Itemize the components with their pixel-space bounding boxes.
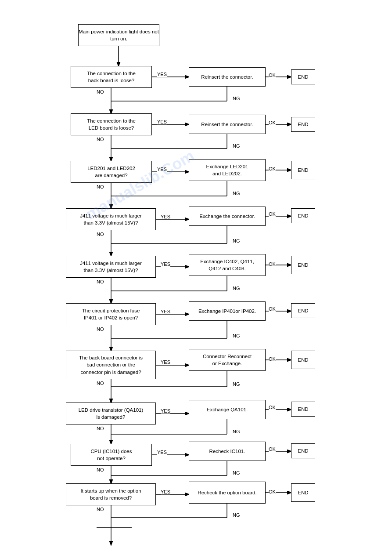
d10-no-label: NO (97, 507, 104, 512)
a4-ng-label: NG (233, 238, 240, 243)
end-box-4: END (291, 208, 315, 223)
start-box: Main power indication light does not tur… (78, 24, 159, 46)
d8-text: LED drive transistor (QA101)is damaged? (79, 406, 144, 421)
d10-text: It starts up when the optionboard is rem… (80, 487, 141, 501)
action-box-8: Exchange QA101. (189, 400, 266, 419)
decision-box-1: The connection to theback board is loose… (71, 66, 152, 88)
d9-yes-label: YES (157, 450, 167, 455)
d2-text: The connection to theLED board is loose? (87, 117, 136, 131)
a10-ok-label: OK (269, 489, 276, 494)
e6-text: END (298, 308, 308, 313)
end-box-10: END (291, 483, 315, 502)
action-box-5: Exchange IC402, Q411,Q412 and C408. (189, 254, 266, 276)
decision-box-9: CPU (IC101) doesnot operate? (71, 444, 152, 466)
a3-text: Exchange LED201and LED202. (206, 163, 248, 177)
action-box-1: Reinsert the connector. (189, 67, 266, 87)
end-box-1: END (291, 69, 315, 84)
a3-ng-label: NG (233, 191, 240, 196)
e4-text: END (298, 213, 308, 218)
decision-box-7: The back board connector isbad connectio… (66, 351, 156, 379)
a6-ng-label: NG (233, 333, 240, 338)
e2-text: END (298, 122, 308, 127)
e10-text: END (298, 490, 308, 495)
a8-ok-label: OK (269, 405, 276, 410)
d1-text: The connection to theback board is loose… (87, 70, 136, 84)
e3-text: END (298, 167, 308, 173)
e9-text: END (298, 448, 308, 453)
d2-yes-label: YES (157, 119, 167, 124)
a6-text: Exchange IP401or IP402. (198, 308, 256, 315)
a9-ok-label: OK (269, 446, 276, 452)
e1-text: END (298, 74, 308, 80)
action-box-10: Recheck the option board. (189, 482, 266, 504)
decision-box-6: The circuit protection fuseIP401 or IP40… (66, 303, 156, 325)
end-box-2: END (291, 117, 315, 132)
a9-ng-label: NG (233, 470, 240, 475)
e8-text: END (298, 406, 308, 412)
d7-no-label: NO (97, 381, 104, 386)
a4-ok-label: OK (269, 211, 276, 217)
end-box-9: END (291, 443, 315, 458)
a1-ok-label: OK (269, 73, 276, 78)
action-box-4: Exchange the connector. (189, 207, 266, 226)
a2-ok-label: OK (269, 120, 276, 125)
decision-box-2: The connection to theLED board is loose? (71, 113, 152, 135)
action-box-2: Reinsert the connector. (189, 115, 266, 134)
a5-ok-label: OK (269, 261, 276, 267)
d4-text: J411 voltage is much largerthan 3.3V (al… (80, 212, 142, 226)
a2-ng-label: NG (233, 143, 240, 149)
a5-ng-label: NG (233, 286, 240, 291)
d5-text: J411 voltage is much largerthan 3.3V (al… (80, 260, 142, 274)
decision-box-5: J411 voltage is much largerthan 3.3V (al… (66, 256, 156, 278)
a2-text: Reinsert the connector. (201, 121, 253, 128)
d4-yes-label: YES (161, 214, 170, 219)
a9-text: Recheck IC101. (209, 448, 245, 455)
end-box-5: END (291, 256, 315, 274)
e5-text: END (298, 262, 308, 268)
d6-no-label: NO (97, 326, 104, 332)
end-box-6: END (291, 303, 315, 318)
a4-text: Exchange the connector. (199, 213, 255, 220)
d10-yes-label: YES (161, 489, 170, 494)
a6-ok-label: OK (269, 306, 276, 312)
d3-no-label: NO (97, 184, 104, 189)
action-box-7: Connector Reconnector Exchange. (189, 349, 266, 371)
action-box-3: Exchange LED201and LED202. (189, 159, 266, 181)
decision-box-4: J411 voltage is much largerthan 3.3V (al… (66, 208, 156, 230)
action-box-6: Exchange IP401or IP402. (189, 301, 266, 321)
a7-ng-label: NG (233, 381, 240, 387)
a1-text: Reinsert the connector. (201, 73, 253, 80)
a7-text: Connector Reconnector Exchange. (203, 353, 252, 367)
decision-box-10: It starts up when the optionboard is rem… (66, 483, 156, 505)
d7-text: The back board connector isbad connectio… (79, 354, 143, 375)
end-box-3: END (291, 161, 315, 179)
end-box-7: END (291, 351, 315, 369)
d6-yes-label: YES (161, 309, 170, 314)
a8-text: Exchange QA101. (207, 406, 248, 413)
a1-ng-label: NG (233, 96, 240, 101)
decision-box-3: LED201 and LED202are damaged? (71, 161, 152, 183)
d3-text: LED201 and LED202are damaged? (87, 165, 135, 179)
d9-no-label: NO (97, 467, 104, 472)
a8-ng-label: NG (233, 429, 240, 434)
d4-no-label: NO (97, 232, 104, 237)
action-box-9: Recheck IC101. (189, 442, 266, 461)
d3-yes-label: YES (157, 167, 167, 172)
a10-text: Recheck the option board. (198, 489, 256, 496)
decision-box-8: LED drive transistor (QA101)is damaged? (66, 403, 156, 424)
start-text: Main power indication light does not tur… (79, 28, 159, 42)
d5-yes-label: YES (161, 261, 170, 267)
e7-text: END (298, 357, 308, 363)
d2-no-label: NO (97, 137, 104, 142)
d1-yes-label: YES (157, 72, 167, 77)
a3-ok-label: OK (269, 166, 276, 171)
d8-yes-label: YES (161, 408, 170, 414)
d8-no-label: NO (97, 426, 104, 431)
flowchart: manualslib.Com (0, 0, 392, 555)
d1-no-label: NO (97, 89, 104, 94)
d9-text: CPU (IC101) doesnot operate? (91, 448, 132, 462)
end-box-8: END (291, 402, 315, 417)
a10-ng-label: NG (233, 512, 240, 518)
a7-ok-label: OK (269, 356, 276, 362)
d5-no-label: NO (97, 279, 104, 284)
